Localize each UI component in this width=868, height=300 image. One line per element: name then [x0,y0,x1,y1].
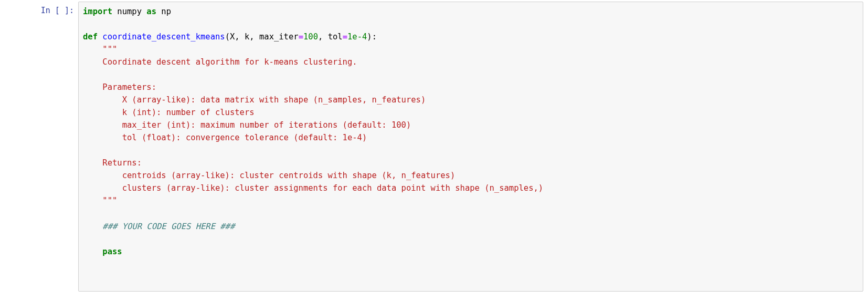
tok-docstring-centroids: centroids (array-like): cluster centroid… [83,171,455,180]
tok-docstring-close: """ [83,196,117,205]
tok-indent2 [83,247,102,256]
tok-import: import [83,7,112,16]
tok-indent [83,222,102,231]
tok-function-name: coordinate_descent_kmeans [102,32,225,42]
tok-np: np [156,7,171,16]
tok-docstring-returns: Returns: [83,158,142,168]
tok-docstring-tol: tol (float): convergence tolerance (defa… [83,133,367,142]
tok-docstring-maxiter: max_iter (int): maximum number of iterat… [83,120,411,130]
tok-docstring-params: Parameters: [83,82,156,92]
tok-num-100: 100 [303,32,318,42]
tok-comment-yourcode: ### YOUR CODE GOES HERE ### [102,222,235,231]
tok-docstring-k: k (int): number of clusters [83,108,255,117]
tok-def: def [83,32,98,42]
tok-eq: = [299,32,303,42]
tok-num-1e4: 1e-4 [347,32,367,42]
tok-pass: pass [102,247,122,256]
tok-space [98,32,102,42]
tok-params-1: (X, k, max_iter [225,32,299,42]
tok-params-close: ): [367,32,377,42]
tok-docstring-open: """ [83,45,117,54]
tok-params-2: , tol [318,32,343,42]
tok-docstring-x: X (array-like): data matrix with shape (… [83,95,426,105]
tok-docstring-clusters: clusters (array-like): cluster assignmen… [83,183,543,193]
input-prompt: In [ ]: [1,2,78,292]
tok-as: as [146,7,156,16]
code-cell: In [ ]: import numpy as np def coordinat… [0,0,868,293]
tok-numpy: numpy [112,7,146,16]
tok-docstring-line: Coordinate descent algorithm for k-means… [83,57,357,67]
tok-eq2: = [343,32,347,42]
code-input[interactable]: import numpy as np def coordinate_descen… [78,2,863,292]
